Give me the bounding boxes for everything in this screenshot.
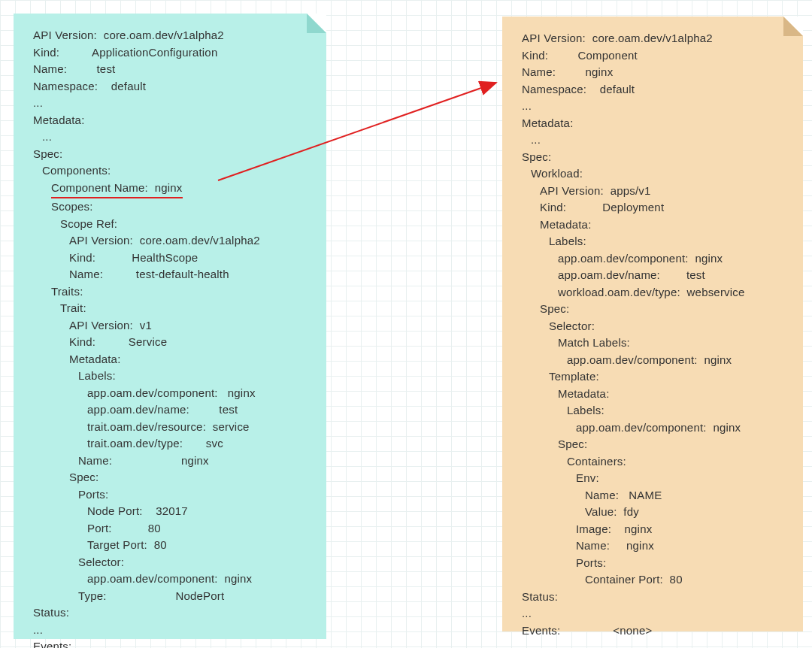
fold-corner-icon <box>307 14 326 33</box>
scope-name: Name: test-default-health <box>33 266 310 283</box>
scope-ref: Scope Ref: <box>33 216 310 233</box>
selector: Selector: <box>33 554 310 571</box>
ellipsis: ... <box>33 129 310 146</box>
scope-kind: Kind: HealthScope <box>33 250 310 267</box>
label-component: app.oam.dev/component: nginx <box>33 385 310 402</box>
ports: Ports: <box>33 486 310 504</box>
containers: Containers: <box>522 453 786 471</box>
image: Image: nginx <box>522 521 786 538</box>
trait-labels: Labels: <box>33 368 310 385</box>
ports: Ports: <box>522 555 786 572</box>
match-component: app.oam.dev/component: nginx <box>522 352 786 369</box>
t-metadata: Metadata: <box>522 386 786 403</box>
selector: Selector: <box>522 318 786 335</box>
workload: Workload: <box>522 165 786 183</box>
node-port: Node Port: 32017 <box>33 503 310 520</box>
scope-api-version: API Version: core.oam.dev/v1alpha2 <box>33 232 310 250</box>
t-label-component: app.oam.dev/component: nginx <box>522 419 786 437</box>
trait-metadata: Metadata: <box>33 351 310 368</box>
label-resource: trait.oam.dev/resource: service <box>33 419 310 436</box>
label-name: app.oam.dev/name: test <box>33 401 310 419</box>
metadata: Metadata: <box>522 115 786 132</box>
status: Status: <box>522 589 786 606</box>
kind: Kind: ApplicationConfiguration <box>33 44 310 62</box>
spec: Spec: <box>522 149 786 166</box>
env-name: Name: NAME <box>522 487 786 504</box>
ellipsis: ... <box>522 605 786 622</box>
port: Port: 80 <box>33 520 310 537</box>
spec: Spec: <box>33 146 310 163</box>
api-version: API Version: core.oam.dev/v1alpha2 <box>522 30 786 47</box>
status: Status: <box>33 604 310 622</box>
events: Events: <none> <box>522 622 786 640</box>
ellipsis: ... <box>522 132 786 149</box>
wl-kind: Kind: Deployment <box>522 199 786 217</box>
events: Events: <box>33 638 310 648</box>
env-value: Value: fdy <box>522 504 786 521</box>
component-name: Component Name: nginx <box>51 180 183 199</box>
ellipsis: ... <box>522 98 786 115</box>
type: Type: NodePort <box>33 588 310 605</box>
t-spec: Spec: <box>522 436 786 453</box>
underline-wrapper: Component Name: nginx <box>33 180 310 199</box>
name: Name: test <box>33 61 310 78</box>
traits: Traits: <box>33 283 310 301</box>
components: Components: <box>33 162 310 180</box>
api-version: API Version: core.oam.dev/v1alpha2 <box>33 27 310 44</box>
wl-api-version: API Version: apps/v1 <box>522 183 786 200</box>
ellipsis: ... <box>33 95 310 112</box>
metadata: Metadata: <box>33 112 310 129</box>
kind: Kind: Component <box>522 47 786 65</box>
wl-labels: Labels: <box>522 233 786 250</box>
match-labels: Match Labels: <box>522 335 786 352</box>
trait-spec: Spec: <box>33 469 310 486</box>
name: Name: nginx <box>522 64 786 81</box>
namespace: Namespace: default <box>33 78 310 95</box>
c-name: Name: nginx <box>522 537 786 555</box>
env: Env: <box>522 470 786 487</box>
target-port: Target Port: 80 <box>33 537 310 554</box>
scopes: Scopes: <box>33 198 310 216</box>
trait-name: Name: nginx <box>33 453 310 470</box>
container-port: Container Port: 80 <box>522 571 786 589</box>
trait-api-version: API Version: v1 <box>33 317 310 335</box>
trait: Trait: <box>33 300 310 317</box>
selector-component: app.oam.dev/component: nginx <box>33 571 310 588</box>
ellipsis: ... <box>33 622 310 639</box>
t-labels: Labels: <box>522 402 786 419</box>
template: Template: <box>522 368 786 386</box>
label-name: app.oam.dev/name: test <box>522 267 786 284</box>
label-type: trait.oam.dev/type: svc <box>33 435 310 453</box>
fold-corner-icon <box>783 17 803 36</box>
component-card: API Version: core.oam.dev/v1alpha2 Kind:… <box>502 17 803 631</box>
wl-metadata: Metadata: <box>522 217 786 234</box>
label-component: app.oam.dev/component: nginx <box>522 250 786 268</box>
wl-spec: Spec: <box>522 301 786 318</box>
namespace: Namespace: default <box>522 81 786 98</box>
appconfig-card: API Version: core.oam.dev/v1alpha2 Kind:… <box>14 14 326 639</box>
trait-kind: Kind: Service <box>33 334 310 351</box>
label-workload-type: workload.oam.dev/type: webservice <box>522 284 786 301</box>
